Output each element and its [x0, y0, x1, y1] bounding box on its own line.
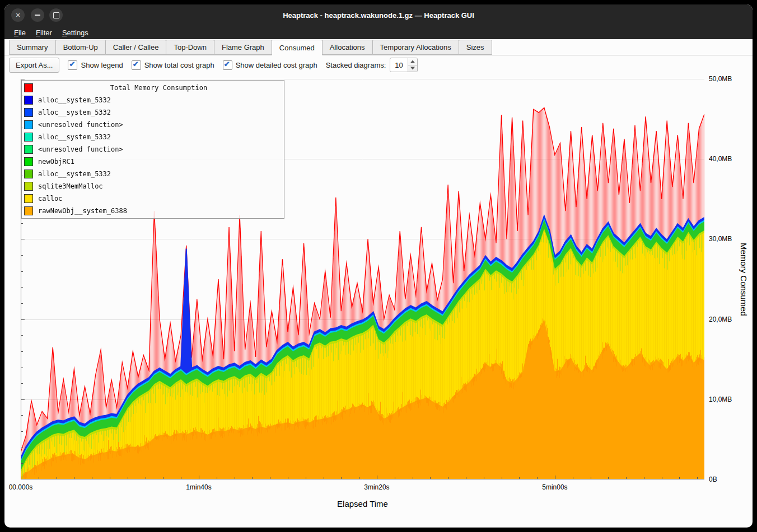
tab-allocations[interactable]: Allocations — [322, 40, 373, 55]
chart-legend: Total Memory Consumption alloc__system_5… — [21, 80, 284, 219]
legend-swatch — [24, 182, 33, 191]
x-tick-label: 5min00s — [542, 483, 567, 491]
legend-item: <unresolved function> — [22, 119, 284, 131]
tab-temporary-allocations[interactable]: Temporary Allocations — [372, 40, 459, 55]
tab-summary[interactable]: Summary — [9, 40, 56, 55]
app-window: × Heaptrack - heaptrack.wakunode.1.gz — … — [4, 4, 753, 528]
minimize-glyph — [35, 15, 40, 16]
legend-item: calloc — [22, 192, 284, 205]
titlebar: × Heaptrack - heaptrack.wakunode.1.gz — … — [4, 4, 753, 26]
legend-label: alloc__system_5332 — [38, 133, 111, 141]
legend-item: alloc__system_5332 — [22, 106, 284, 119]
stacked-diagrams-label: Stacked diagrams: — [326, 61, 386, 69]
tab-caller-callee[interactable]: Caller / Callee — [105, 40, 167, 55]
legend-title-row: Total Memory Consumption — [22, 82, 284, 94]
tab-consumed[interactable]: Consumed — [272, 40, 323, 55]
legend-item: sqlite3MemMalloc — [22, 180, 284, 192]
legend-label: alloc__system_5332 — [38, 109, 111, 116]
y-tick-label: 40,0MB — [709, 155, 732, 163]
menu-filter[interactable]: Filter — [31, 27, 57, 39]
legend-title: Total Memory Consumption — [38, 84, 279, 92]
stacked-diagrams-value[interactable]: 10 — [390, 58, 407, 72]
tab-top-down[interactable]: Top-Down — [166, 40, 214, 55]
legend-item: alloc__system_5332 — [22, 131, 284, 143]
legend-label: newObjRC1 — [38, 158, 74, 166]
show-legend-label: Show legend — [81, 61, 123, 69]
spin-up-icon[interactable] — [408, 58, 417, 65]
maximize-glyph — [53, 12, 59, 18]
x-tick-label: 3min20s — [364, 483, 389, 491]
show-detailed-cost-checkbox[interactable] — [223, 60, 232, 70]
export-as-button[interactable]: Export As... — [9, 58, 59, 73]
legend-swatch — [24, 206, 33, 215]
menu-file[interactable]: File — [9, 27, 31, 39]
legend-label: rawNewObj__system_6388 — [38, 207, 127, 215]
legend-label: alloc__system_5332 — [38, 96, 111, 104]
tabbar: Summary Bottom-Up Caller / Callee Top-Do… — [4, 39, 753, 55]
tab-flame-graph[interactable]: Flame Graph — [214, 40, 272, 55]
legend-item: newObjRC1 — [22, 156, 284, 168]
legend-label: <unresolved function> — [38, 121, 123, 129]
show-total-cost-option[interactable]: Show total cost graph — [132, 60, 214, 70]
show-detailed-cost-label: Show detailed cost graph — [236, 61, 317, 69]
show-detailed-cost-option[interactable]: Show detailed cost graph — [223, 60, 317, 70]
y-tick-label: 20,0MB — [709, 316, 732, 323]
legend-swatch — [24, 194, 33, 203]
y-tick-label: 0B — [709, 475, 717, 483]
legend-swatch — [24, 170, 33, 178]
menubar: File Filter Settings — [4, 26, 753, 39]
legend-swatch — [24, 96, 33, 105]
legend-label: alloc__system_5332 — [38, 170, 111, 178]
toolbar: Export As... Show legend Show total cost… — [4, 55, 753, 74]
stacked-diagrams-spinbox[interactable]: 10 — [390, 58, 417, 72]
minimize-icon[interactable] — [31, 8, 44, 22]
memory-chart[interactable]: Total Memory Consumption alloc__system_5… — [21, 79, 704, 479]
legend-swatch — [24, 120, 33, 129]
show-total-cost-checkbox[interactable] — [132, 60, 141, 70]
legend-label: calloc — [38, 195, 62, 203]
legend-item: alloc__system_5332 — [22, 168, 284, 180]
window-title: Heaptrack - heaptrack.wakunode.1.gz — He… — [72, 4, 685, 26]
x-axis-labels: 00.000s 1min40s 3min20s 5min00s — [21, 483, 704, 492]
legend-label: <unresolved function> — [38, 145, 123, 153]
maximize-icon[interactable] — [49, 8, 63, 22]
menu-settings[interactable]: Settings — [57, 27, 94, 39]
x-tick-label: 1min40s — [186, 483, 211, 491]
spin-buttons — [408, 58, 417, 72]
legend-label: sqlite3MemMalloc — [38, 182, 103, 190]
x-axis-title: Elapsed Time — [21, 499, 704, 509]
legend-item: <unresolved function> — [22, 143, 284, 156]
y-tick-label: 30,0MB — [709, 235, 732, 243]
legend-swatch — [24, 157, 33, 166]
legend-swatch — [24, 145, 33, 154]
show-legend-option[interactable]: Show legend — [68, 60, 123, 70]
legend-swatch — [24, 108, 33, 117]
close-icon[interactable]: × — [11, 8, 25, 22]
show-total-cost-label: Show total cost graph — [144, 61, 214, 69]
legend-swatch-total — [24, 83, 33, 92]
legend-swatch — [24, 133, 33, 142]
y-tick-label: 10,0MB — [709, 396, 732, 403]
legend-item: alloc__system_5332 — [22, 94, 284, 106]
show-legend-checkbox[interactable] — [68, 60, 77, 70]
x-tick-label: 00.000s — [9, 483, 33, 491]
spin-down-icon[interactable] — [408, 65, 417, 72]
y-tick-label: 50,0MB — [709, 75, 732, 83]
legend-item: rawNewObj__system_6388 — [22, 205, 284, 217]
y-axis-title: Memory Consumed — [738, 79, 749, 479]
tab-bottom-up[interactable]: Bottom-Up — [55, 40, 106, 55]
tab-sizes[interactable]: Sizes — [459, 40, 492, 55]
